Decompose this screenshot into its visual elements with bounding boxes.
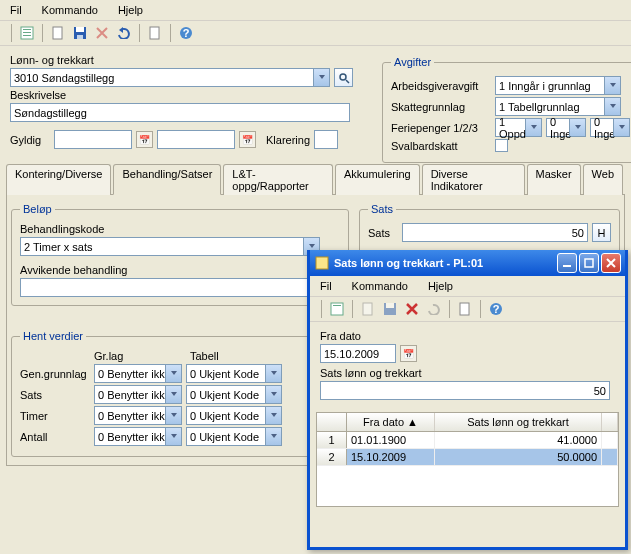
svg-point-11 (340, 74, 346, 80)
page-icon[interactable] (145, 23, 165, 43)
svg-rect-17 (333, 305, 341, 306)
tab-bar: Kontering/Diverse Behandling/Satser L&T-… (6, 163, 625, 194)
main-toolbar: ? (0, 20, 631, 46)
delete-icon[interactable] (402, 299, 422, 319)
save-icon[interactable] (70, 23, 90, 43)
popup-menubar: Fil Kommando Hjelp (310, 276, 625, 296)
skattegrunnlag-label: Skattegrunnlag (391, 101, 491, 113)
tabell-header: Tabell (190, 350, 219, 362)
hent-row-label: Timer (20, 410, 90, 422)
minimize-button[interactable] (557, 253, 577, 273)
svg-rect-2 (23, 32, 31, 33)
avgifter-fieldset: Avgifter Arbeidsgiveravgift1 Inngår i gr… (382, 56, 631, 163)
klarering-label: Klarering (266, 134, 310, 146)
lonn-trekkart-label: Lønn- og trekkart (10, 54, 360, 66)
tabell-select[interactable]: 0 Ukjent Kode (186, 406, 282, 425)
maximize-button[interactable] (579, 253, 599, 273)
feriepenger-1-select[interactable]: 1 Oppd (495, 118, 542, 137)
popup-window: Sats lønn og trekkart - PL:01 Fil Komman… (307, 250, 628, 550)
avvikende-label: Avvikende behandling (20, 264, 340, 276)
tab-masker[interactable]: Masker (527, 164, 581, 195)
svg-rect-14 (563, 265, 571, 267)
sats-lonn-label: Sats lønn og trekkart (320, 367, 615, 379)
col-sats-lonn[interactable]: Sats lønn og trekkart (435, 413, 602, 431)
grlag-select[interactable]: 0 Benytter ikk (94, 385, 182, 404)
menu-kommando[interactable]: Kommando (42, 4, 98, 16)
svg-text:?: ? (493, 303, 500, 315)
svg-rect-7 (77, 35, 83, 39)
sats-input[interactable] (402, 223, 588, 242)
svg-rect-6 (76, 27, 84, 32)
svg-rect-8 (150, 27, 159, 39)
help-icon[interactable]: ? (176, 23, 196, 43)
grlag-header: Gr.lag (94, 350, 186, 362)
feriepenger-2-select[interactable]: 0 Inge (546, 118, 586, 137)
tab-lt-oppg[interactable]: L&T-oppg/Rapporter (223, 164, 333, 195)
col-fra-dato[interactable]: Fra dato ▲ (347, 413, 435, 431)
calendar-icon[interactable]: 📅 (136, 131, 153, 148)
new-icon[interactable] (358, 299, 378, 319)
tabell-select[interactable]: 0 Ukjent Kode (186, 385, 282, 404)
popup-menu-hjelp[interactable]: Hjelp (428, 280, 453, 292)
svg-rect-20 (386, 303, 394, 308)
gyldig-label: Gyldig (10, 134, 50, 146)
sats-h-button[interactable]: H (592, 223, 611, 242)
klarering-input[interactable] (314, 130, 338, 149)
tab-kontering[interactable]: Kontering/Diverse (6, 164, 111, 195)
form-icon[interactable] (17, 23, 37, 43)
form-icon[interactable] (327, 299, 347, 319)
gyldig-fra-input[interactable] (54, 130, 132, 149)
delete-icon[interactable] (92, 23, 112, 43)
grlag-select[interactable]: 0 Benytter ikk (94, 364, 182, 383)
hent-row-label: Gen.grunnlag (20, 368, 90, 380)
tab-behandling[interactable]: Behandling/Satser (113, 164, 221, 195)
behandlingskode-label: Behandlingskode (20, 223, 340, 235)
table-row[interactable]: 215.10.200950.0000 (317, 449, 618, 466)
feriepenger-label: Feriepenger 1/2/3 (391, 122, 491, 134)
grlag-select[interactable]: 0 Benytter ikk (94, 406, 182, 425)
page-icon[interactable] (455, 299, 475, 319)
lonn-trekkart-select[interactable]: 3010 Søndagstillegg (10, 68, 330, 87)
grlag-select[interactable]: 0 Benytter ikk (94, 427, 182, 446)
table-row[interactable]: 101.01.190041.0000 (317, 432, 618, 449)
close-button[interactable] (601, 253, 621, 273)
tab-akkumulering[interactable]: Akkumulering (335, 164, 420, 195)
avgifter-legend: Avgifter (391, 56, 434, 68)
beskrivelse-input[interactable] (10, 103, 350, 122)
new-icon[interactable] (48, 23, 68, 43)
svg-rect-18 (363, 303, 372, 315)
undo-icon[interactable] (424, 299, 444, 319)
sats-lonn-input[interactable] (320, 381, 610, 400)
popup-menu-fil[interactable]: Fil (320, 280, 332, 292)
fra-dato-input[interactable] (320, 344, 396, 363)
calendar-icon[interactable]: 📅 (400, 345, 417, 362)
popup-menu-kommando[interactable]: Kommando (352, 280, 408, 292)
save-icon[interactable] (380, 299, 400, 319)
svalbardskatt-checkbox[interactable] (495, 139, 508, 152)
behandlingskode-select[interactable]: 2 Timer x sats (20, 237, 320, 256)
arbeidsgiveravgift-select[interactable]: 1 Inngår i grunnlag (495, 76, 621, 95)
hent-verdier-legend: Hent verdier (20, 330, 86, 342)
sats-legend: Sats (368, 203, 396, 215)
svg-rect-15 (585, 259, 593, 267)
data-grid[interactable]: Fra dato ▲ Sats lønn og trekkart 101.01.… (316, 412, 619, 507)
undo-icon[interactable] (114, 23, 134, 43)
menu-fil[interactable]: Fil (10, 4, 22, 16)
svalbardskatt-label: Svalbardskatt (391, 140, 491, 152)
tabell-select[interactable]: 0 Ukjent Kode (186, 427, 282, 446)
tabell-select[interactable]: 0 Ukjent Kode (186, 364, 282, 383)
calendar-icon[interactable]: 📅 (239, 131, 256, 148)
titlebar[interactable]: Sats lønn og trekkart - PL:01 (310, 250, 625, 276)
sats-label: Sats (368, 227, 398, 239)
tab-diverse-indikatorer[interactable]: Diverse Indikatorer (422, 164, 525, 195)
menu-hjelp[interactable]: Hjelp (118, 4, 143, 16)
feriepenger-3-select[interactable]: 0 Inge (590, 118, 630, 137)
search-button[interactable] (334, 68, 353, 87)
skattegrunnlag-select[interactable]: 1 Tabellgrunnlag (495, 97, 621, 116)
avvikende-input[interactable] (20, 278, 320, 297)
gyldig-til-input[interactable] (157, 130, 235, 149)
svg-rect-16 (331, 303, 343, 315)
help-icon[interactable]: ? (486, 299, 506, 319)
tab-web[interactable]: Web (583, 164, 623, 195)
app-icon (314, 255, 330, 271)
